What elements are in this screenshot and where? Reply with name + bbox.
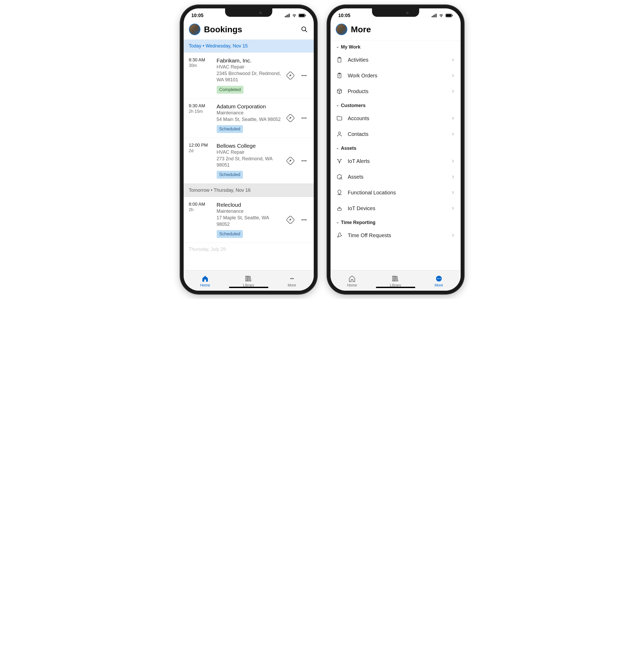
menu-item[interactable]: Functional Locations [330,185,461,200]
section-name: My Work [341,44,361,50]
booking-time: 9:30 AM2h 15m [189,103,213,133]
chevron-down-icon [336,104,340,108]
menu-label: Products [348,88,446,94]
status-badge: Scheduled [217,230,243,238]
home-indicator[interactable] [229,287,268,288]
signal-icon [432,14,437,17]
menu-item[interactable]: Contacts [330,126,461,142]
directions-button[interactable] [286,71,295,80]
booking-body: Fabrikam, Inc. HVAC Repair 2345 Birchwoo… [217,58,282,94]
section-header[interactable]: Time Reporting [330,216,461,227]
menu-item[interactable]: Activities [330,52,461,68]
menu-item[interactable]: Accounts [330,110,461,126]
menu-label: Contacts [348,131,446,137]
iot-device-icon [336,205,343,212]
more-menu[interactable]: My Work Activities Work Orders Products … [330,41,461,270]
search-button[interactable] [300,25,308,33]
more-icon [435,275,443,283]
phone-bookings: 10:05 Bookings Today • Wednesday, Nov 15… [181,5,317,294]
chevron-right-icon [451,116,455,121]
chevron-right-icon [451,58,455,62]
avatar[interactable] [336,24,347,35]
menu-item[interactable]: Products [330,84,461,99]
directions-button[interactable] [286,156,295,165]
battery-icon [299,14,306,17]
booking-address: 17 Maple St, Seattle, WA 98052 [217,215,282,227]
time-off-icon [336,232,343,239]
folder-icon [336,115,343,122]
booking-customer: Relecloud [217,202,282,208]
tab-more[interactable]: More [426,275,452,287]
menu-label: Work Orders [348,73,446,79]
home-indicator[interactable] [376,287,415,288]
booking-address: 2345 Birchwood Dr, Redmond, WA 98101 [217,70,282,83]
booking-more-button[interactable] [300,156,308,165]
avatar[interactable] [189,24,201,35]
directions-button[interactable] [286,114,295,122]
menu-item[interactable]: Work Orders [330,68,461,84]
menu-item[interactable]: IoT Alerts [330,153,461,169]
status-badge: Completed [217,86,244,94]
booking-body: Adatum Corporation Maintenance 54 Main S… [217,103,282,133]
chevron-down-icon [336,45,340,49]
clipboard-icon [336,56,343,64]
tab-home-label: Home [347,283,357,287]
menu-item[interactable]: Assets [330,169,461,185]
page-title: Bookings [204,25,296,35]
section-header[interactable]: Customers [330,99,461,110]
section-header[interactable]: My Work [330,41,461,52]
chevron-down-icon [336,146,340,150]
menu-label: Time Off Requests [348,232,446,239]
tab-more-label: More [288,283,296,287]
booking-customer: Fabrikam, Inc. [217,58,282,64]
booking-item[interactable]: 8:00 AM2h Relecloud Maintenance 17 Maple… [184,197,314,243]
booking-time: 12:00 PM2d [189,143,213,179]
menu-item[interactable]: Time Off Requests [330,227,461,243]
clipboard-alert-icon [336,72,343,79]
booking-service: HVAC Repair [217,150,282,155]
booking-time: 8:30 AM30m [189,58,213,94]
signal-icon [285,14,290,17]
booking-address: 273 2nd St, Redmond, WA 98051 [217,156,282,168]
more-icon [288,275,296,283]
header: More [330,21,461,39]
booking-more-button[interactable] [300,216,308,224]
chevron-down-icon [336,221,340,225]
page-title: More [351,25,455,35]
header: Bookings [184,21,314,39]
booking-more-button[interactable] [300,114,308,122]
phone-notch [372,8,419,17]
tab-library[interactable]: Library [382,275,409,287]
chevron-right-icon [451,233,455,238]
box-icon [336,88,343,95]
battery-icon [445,14,453,17]
menu-item[interactable]: IoT Devices [330,200,461,216]
directions-button[interactable] [286,216,295,224]
booking-item[interactable]: 9:30 AM2h 15m Adatum Corporation Mainten… [184,99,314,138]
booking-item[interactable]: 8:30 AM30m Fabrikam, Inc. HVAC Repair 23… [184,53,314,99]
iot-alert-icon [336,157,343,165]
section-header[interactable]: Assets [330,142,461,153]
booking-body: Bellows College HVAC Repair 273 2nd St, … [217,143,282,179]
booking-service: Maintenance [217,110,282,116]
tab-home[interactable]: Home [192,275,218,287]
menu-label: Activities [348,57,446,63]
tab-home[interactable]: Home [339,275,365,287]
chevron-right-icon [451,159,455,163]
home-icon [348,275,356,283]
section-name: Time Reporting [341,220,376,225]
tab-more[interactable]: More [279,275,305,287]
search-icon [301,26,308,33]
chevron-right-icon [451,175,455,179]
phone-more: 10:05 More My Work Activities Work Order… [327,5,464,294]
menu-label: IoT Alerts [348,158,446,164]
chevron-right-icon [451,206,455,211]
bookings-list[interactable]: Today • Wednesday, Nov 15 8:30 AM30m Fab… [184,39,314,270]
chevron-right-icon [451,190,455,195]
phone-notch [225,8,272,17]
library-icon [391,275,399,283]
booking-item[interactable]: 12:00 PM2d Bellows College HVAC Repair 2… [184,138,314,184]
booking-more-button[interactable] [300,71,308,80]
tab-library[interactable]: Library [235,275,261,287]
tomorrow-banner: Tomorrow • Thursday, Nov 16 [184,184,314,197]
